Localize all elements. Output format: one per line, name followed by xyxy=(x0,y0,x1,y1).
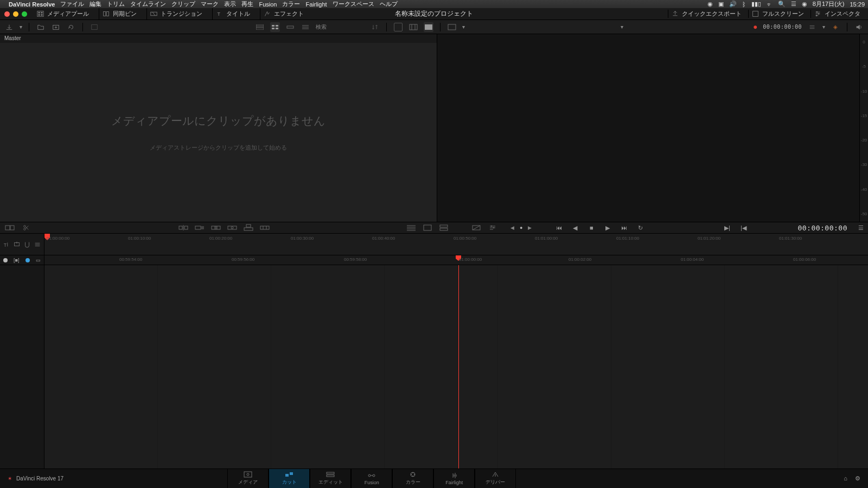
snap-icon[interactable] xyxy=(23,241,31,248)
jog-dot-icon[interactable]: ● xyxy=(520,225,522,230)
edit-mode-flag-icon[interactable]: ▭ xyxy=(36,258,41,263)
sync-clips-button[interactable] xyxy=(66,22,76,32)
ripple-overwrite-button[interactable] xyxy=(210,223,221,232)
transition-add-button[interactable] xyxy=(471,223,482,232)
page-fairlight[interactable]: Fairlight xyxy=(433,469,475,488)
view-strip-button[interactable] xyxy=(285,22,295,32)
place-on-top-button[interactable] xyxy=(243,223,254,232)
panel-tab-mediapool[interactable]: メディアプール xyxy=(34,8,92,20)
app-menu[interactable]: DaVinci Resolve xyxy=(9,1,55,8)
stop-button[interactable]: ■ xyxy=(586,223,597,232)
go-last-button[interactable]: ⏭ xyxy=(618,223,629,232)
timeline-options-button[interactable] xyxy=(487,223,498,232)
panel-tab-titles[interactable]: T タイトル xyxy=(212,8,253,20)
sort-button[interactable] xyxy=(370,22,380,32)
timeline-track-headers[interactable] xyxy=(0,265,44,468)
import-folder-button[interactable] xyxy=(36,22,46,32)
closeup-button[interactable] xyxy=(227,223,238,232)
project-settings-button[interactable]: ⚙ xyxy=(855,475,860,482)
edit-mode-marker-icon[interactable] xyxy=(25,258,30,262)
menu-file[interactable]: ファイル xyxy=(60,0,84,8)
statusbar-battery-icon[interactable]: ▮▮▯ xyxy=(751,1,761,8)
statusbar-volume-icon[interactable]: 🔊 xyxy=(729,1,737,8)
bypass-fx-button[interactable]: ◈ xyxy=(831,22,840,32)
statusbar-app-icon[interactable]: ▣ xyxy=(718,1,724,8)
track-video-icon[interactable]: T xyxy=(3,241,10,248)
timeline-view-dual-button[interactable] xyxy=(438,223,449,232)
menu-playback[interactable]: 再生 xyxy=(241,0,253,8)
viewer-mode-source-button[interactable] xyxy=(393,22,403,32)
view-list-button[interactable] xyxy=(301,22,310,32)
statusbar-wifi-icon[interactable]: ᯤ xyxy=(767,1,773,8)
statusbar-bluetooth-icon[interactable]: ᛒ xyxy=(742,1,746,8)
page-color[interactable]: カラー xyxy=(392,469,433,488)
window-close-button[interactable] xyxy=(4,11,10,17)
menu-trim[interactable]: トリム xyxy=(107,0,125,8)
viewer-mode-tape-button[interactable] xyxy=(409,22,418,32)
loop-button[interactable]: ↻ xyxy=(635,223,646,232)
statusbar-date[interactable]: 8月17日(火) xyxy=(813,0,845,8)
menu-timeline[interactable]: タイムライン xyxy=(130,0,166,8)
boring-detector-button[interactable] xyxy=(4,223,15,232)
viewer-panel[interactable] xyxy=(437,34,859,222)
page-fusion[interactable]: Fusion xyxy=(351,469,392,488)
page-media[interactable]: メディア xyxy=(227,469,269,488)
timeline-tracks[interactable] xyxy=(44,265,868,468)
viewer-mode-timeline-button[interactable] xyxy=(424,22,433,32)
track-lock-icon[interactable] xyxy=(13,241,21,248)
safe-area-button[interactable] xyxy=(447,22,457,32)
home-button[interactable]: ⌂ xyxy=(844,475,847,482)
menu-fusion[interactable]: Fusion xyxy=(259,1,277,8)
menu-clip[interactable]: クリップ xyxy=(171,0,195,8)
fullscreen-button[interactable]: フルスクリーン xyxy=(748,10,807,18)
statusbar-controlcenter-icon[interactable]: ☰ xyxy=(791,1,796,8)
resolution-button[interactable] xyxy=(90,22,99,32)
import-media-button[interactable] xyxy=(4,22,14,32)
split-clip-button[interactable] xyxy=(21,223,31,232)
statusbar-spotlight-icon[interactable]: 🔍 xyxy=(778,1,786,8)
audio-mute-button[interactable] xyxy=(854,22,864,32)
menu-color[interactable]: カラー xyxy=(282,0,300,8)
page-deliver[interactable]: デリバー xyxy=(475,469,516,488)
view-thumbnail-button[interactable] xyxy=(270,22,280,32)
menu-fairlight[interactable]: Fairlight xyxy=(305,1,327,8)
smart-insert-button[interactable] xyxy=(178,223,189,232)
play-button[interactable]: ▶ xyxy=(602,223,613,232)
menu-mark[interactable]: マーク xyxy=(201,0,219,8)
page-edit[interactable]: エディット xyxy=(310,469,351,488)
jog-prev-icon[interactable]: ◀ xyxy=(510,225,514,230)
media-pool-breadcrumb[interactable]: Master xyxy=(0,34,437,43)
jog-next-icon[interactable]: ▶ xyxy=(528,225,532,230)
statusbar-time[interactable]: 15:29 xyxy=(850,1,865,8)
inspector-button[interactable]: インスペクタ xyxy=(810,10,864,18)
marker-icon[interactable] xyxy=(34,241,41,248)
source-overwrite-button[interactable] xyxy=(259,223,270,232)
menu-help[interactable]: ヘルプ xyxy=(380,0,398,8)
panel-tab-transitions[interactable]: トランジション xyxy=(146,8,206,20)
edit-mode-arrow-icon[interactable] xyxy=(3,258,8,262)
timeline-menu-button[interactable]: ☰ xyxy=(858,224,864,232)
quick-export-button[interactable]: クイックエクスポート xyxy=(668,10,745,18)
page-cut[interactable]: カット xyxy=(269,469,310,488)
statusbar-creative-cloud-icon[interactable]: ◉ xyxy=(707,1,713,8)
tools-toggle-button[interactable] xyxy=(807,22,817,32)
new-bin-button[interactable] xyxy=(51,22,61,32)
ruler-lower-track[interactable]: 00:59:54:00 00:59:56:00 00:59:58:00 01:0… xyxy=(44,255,868,265)
window-maximize-button[interactable] xyxy=(22,11,27,17)
timeline-cursor[interactable] xyxy=(458,265,459,468)
search-field[interactable]: 検索 xyxy=(316,23,327,31)
prev-edit-button[interactable]: |◀ xyxy=(738,223,749,232)
append-button[interactable] xyxy=(194,223,205,232)
menu-edit[interactable]: 編集 xyxy=(90,0,101,8)
panel-tab-effects[interactable]: エフェクト xyxy=(260,8,307,20)
menu-view[interactable]: 表示 xyxy=(224,0,236,8)
next-edit-button[interactable]: ▶| xyxy=(722,223,732,232)
window-minimize-button[interactable] xyxy=(13,11,18,17)
edit-mode-in-icon[interactable]: [■] xyxy=(14,258,19,263)
panel-tab-syncbin[interactable]: 同期ビン xyxy=(99,8,140,20)
menu-workspace[interactable]: ワークスペース xyxy=(333,0,374,8)
view-metadata-button[interactable] xyxy=(255,22,265,32)
play-reverse-button[interactable]: ◀ xyxy=(570,223,580,232)
timeline-timecode[interactable]: 00:00:00:00 xyxy=(797,224,847,232)
timeline-view-video-button[interactable] xyxy=(422,223,433,232)
